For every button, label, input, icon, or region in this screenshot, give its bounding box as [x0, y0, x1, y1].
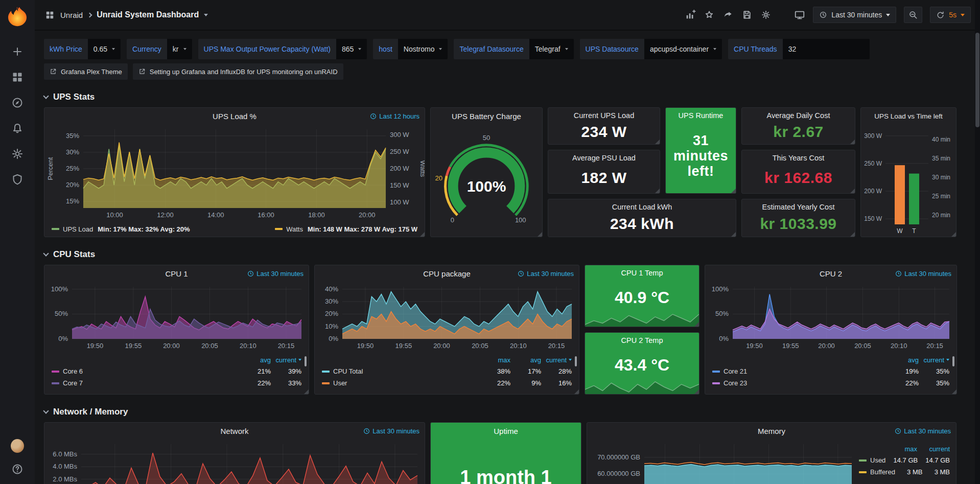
panel-title[interactable]: Average PSU Load — [548, 150, 660, 162]
refresh-button[interactable]: 5s — [930, 7, 971, 23]
legend-series-name[interactable]: Buffered — [859, 468, 895, 476]
variable-dropdown[interactable]: Nostromo — [398, 39, 448, 59]
help-icon[interactable] — [11, 463, 24, 476]
panel-title[interactable]: UPS Battery Charge — [452, 112, 521, 121]
variable-dropdown[interactable]: 865 — [336, 39, 367, 59]
variable-dropdown[interactable]: 0.65 — [88, 39, 121, 59]
panel-cpu-2-temp: CPU 2 Temp 43.4 °C — [585, 332, 699, 395]
scrollbar-thumb[interactable] — [975, 33, 979, 127]
battery-gauge-chart[interactable]: 02050100100% — [431, 124, 542, 237]
panel-title[interactable]: Current Load kWh — [548, 199, 736, 211]
legend-series-name[interactable]: Used — [859, 456, 885, 464]
legend-scrollbar[interactable] — [305, 356, 307, 366]
server-admin-shield-icon[interactable] — [11, 173, 24, 186]
panel-network: Network Last 30 minutes 19:5019:5520:002… — [44, 422, 425, 484]
legend-series-name[interactable]: User — [322, 379, 480, 387]
refresh-icon — [936, 11, 945, 19]
navbar-actions: Last 30 minutes 5s — [685, 7, 971, 23]
memory-chart[interactable]: 19:5019:5520:0020:0520:1020:1550.000000 … — [587, 439, 859, 484]
dashboard-switch-caret-icon[interactable] — [204, 14, 208, 16]
variable-dropdown[interactable]: kr — [167, 39, 192, 59]
panel-title[interactable]: Uptime — [494, 427, 518, 435]
link-ups-monitoring-guide[interactable]: Setting up Grafana and InfluxDB for UPS … — [133, 63, 343, 80]
kiosk-mode-button[interactable] — [794, 9, 805, 20]
panel-title[interactable]: CPU 1 — [165, 269, 188, 278]
panel-title[interactable]: CPU 2 Temp — [585, 333, 699, 344]
refresh-interval-caret-icon[interactable] — [961, 14, 965, 16]
legend-sort-max[interactable]: max — [480, 356, 510, 364]
configuration-gear-icon[interactable] — [11, 147, 24, 160]
svg-text:50: 50 — [483, 134, 490, 142]
svg-text:20%: 20% — [66, 181, 79, 189]
stat-value: 31 minutes left! — [666, 120, 736, 193]
legend-sort-current[interactable]: current — [271, 356, 301, 364]
legend-series-name[interactable]: Core 7 — [52, 379, 240, 387]
legend-scrollbar[interactable] — [952, 356, 954, 366]
svg-text:10:00: 10:00 — [106, 211, 123, 219]
dashboard-settings-button[interactable] — [760, 9, 772, 20]
legend-sort-max[interactable]: max — [884, 445, 917, 453]
variable-dropdown[interactable]: apcupsd-container — [644, 39, 722, 59]
svg-text:0%: 0% — [719, 335, 729, 342]
legend-series-name[interactable]: Core 6 — [52, 367, 240, 375]
section-cpu-stats[interactable]: CPU Stats — [44, 249, 980, 260]
variable-dropdown[interactable]: Telegraf — [529, 39, 574, 59]
save-button[interactable] — [741, 9, 753, 20]
legend-sort-avg[interactable]: avg — [888, 356, 919, 364]
share-button[interactable] — [722, 9, 734, 20]
legend-series-name[interactable]: CPU Total — [322, 367, 480, 375]
legend-series-watts[interactable]: Watts Min: 148 W Max: 278 W Avg: 175 W — [275, 225, 417, 233]
panel-title[interactable]: CPU package — [423, 269, 471, 278]
variable-label: host — [373, 39, 398, 59]
cpu1-chart[interactable]: 19:5019:5520:0020:0520:1020:150%50%100% — [44, 282, 309, 352]
legend-sort-current[interactable]: current — [541, 356, 572, 364]
section-ups-stats[interactable]: UPS Stats — [44, 92, 980, 102]
star-button[interactable] — [704, 9, 715, 20]
page-scrollbar[interactable] — [975, 0, 980, 484]
legend-sort-avg[interactable]: avg — [240, 356, 271, 364]
panel-title[interactable]: Current UPS Load — [548, 108, 660, 120]
panel-title[interactable]: UPS Load % — [213, 112, 256, 121]
create-icon[interactable] — [11, 45, 24, 58]
cpu2-chart[interactable]: 19:5019:5520:0020:0520:1020:150%50%100% — [705, 282, 956, 352]
panel-title[interactable]: CPU 2 — [820, 269, 842, 278]
panel-title[interactable]: This Years Cost — [742, 150, 855, 162]
panel-title[interactable]: Memory — [758, 427, 785, 435]
alerting-bell-icon[interactable] — [11, 122, 24, 135]
panel-title[interactable]: Estimated Yearly Cost — [742, 199, 855, 211]
legend-sort-current[interactable]: current — [919, 356, 949, 364]
cpu-threads-input[interactable] — [783, 39, 870, 59]
explore-icon[interactable] — [11, 96, 24, 109]
series-marker — [322, 371, 330, 373]
dashboards-icon[interactable] — [11, 71, 24, 84]
legend-value: 16% — [541, 379, 572, 387]
time-range-picker[interactable]: Last 30 minutes — [813, 7, 896, 23]
panel-title[interactable]: Average Daily Cost — [742, 108, 855, 120]
panel-title[interactable]: UPS Load vs Time left — [874, 112, 943, 120]
refresh-interval-label[interactable]: 5s — [949, 11, 956, 19]
dashboard-grid-icon[interactable] — [44, 9, 55, 20]
add-panel-button[interactable] — [685, 9, 696, 20]
legend-scrollbar[interactable] — [575, 356, 577, 366]
panel-title[interactable]: UPS Runtime — [666, 108, 736, 120]
breadcrumb-folder[interactable]: Unraid — [60, 11, 83, 19]
panel-title[interactable]: Network — [220, 427, 248, 435]
section-network-memory[interactable]: Network / Memory — [44, 407, 980, 417]
breadcrumb-dashboard-title[interactable]: Unraid System Dashboard — [97, 10, 199, 19]
link-grafana-plex-theme[interactable]: Grafana Plex Theme — [44, 63, 128, 80]
svg-text:150 W: 150 W — [864, 215, 882, 222]
legend-series-name[interactable]: Core 21 — [712, 367, 888, 375]
legend-series-name[interactable]: Core 23 — [712, 379, 888, 387]
network-chart[interactable]: 19:5019:5520:0020:0520:1020:152.0 MBs4.0… — [44, 439, 425, 484]
legend-series-ups-load[interactable]: UPS Load Min: 17% Max: 32% Avg: 20% — [52, 225, 190, 233]
grafana-logo-icon[interactable] — [7, 6, 28, 28]
panel-title[interactable]: CPU 1 Temp — [585, 265, 699, 277]
zoom-out-button[interactable] — [904, 7, 922, 23]
cpu-package-chart[interactable]: 19:5019:5520:0020:0520:1020:150%10%20%30… — [315, 282, 579, 352]
user-avatar[interactable] — [11, 439, 24, 452]
ups-load-chart[interactable]: 10:0012:0014:0016:0018:0020:0015%20%25%3… — [44, 124, 425, 221]
legend-sort-current[interactable]: current — [917, 445, 950, 453]
legend-sort-avg[interactable]: avg — [510, 356, 541, 364]
stat-value: 234 kWh — [548, 211, 736, 237]
load-vs-time-bar-chart[interactable]: 150 W200 W250 W300 W20 min25 min30 min35… — [861, 124, 956, 237]
